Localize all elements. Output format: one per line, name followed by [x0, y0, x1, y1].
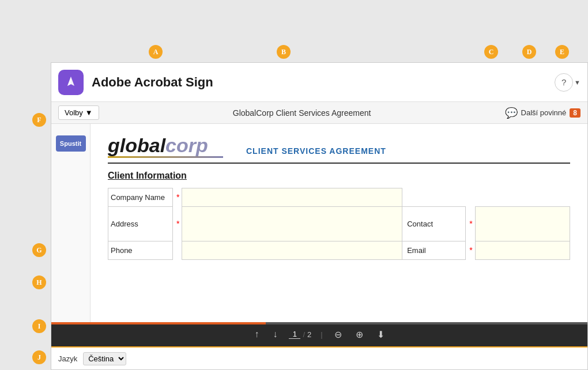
client-info-form: Company Name * Address *	[108, 188, 570, 260]
left-sidebar: Spustit	[51, 124, 91, 322]
logo-underline	[108, 156, 223, 158]
annotation-h: H	[32, 275, 46, 289]
company-name-label: Company Name	[108, 188, 173, 207]
page-divider: /	[303, 330, 305, 339]
annotation-b: B	[277, 45, 291, 59]
main-window: Adobe Acrobat Sign ? ▼ Volby ▼ GlobalCor…	[51, 62, 588, 370]
app-logo	[58, 70, 84, 95]
table-row: Company Name *	[108, 188, 570, 207]
dalsi-label: Další povinné	[521, 108, 567, 117]
spustit-button[interactable]: Spustit	[56, 135, 86, 152]
page-up-button[interactable]: ↑	[252, 327, 261, 342]
logo-global: global	[108, 134, 165, 156]
required-indicator: *	[468, 219, 472, 228]
phone-label: Phone	[108, 241, 173, 260]
total-pages: 2	[307, 330, 311, 339]
annotation-c: C	[484, 45, 498, 59]
nav-bar: Volby ▼ GlobalCorp Client Services Agree…	[51, 102, 587, 124]
progress-bar	[51, 322, 587, 324]
annotation-e: E	[555, 45, 569, 59]
document-title: GlobalCorp Client Services Agreement	[99, 108, 505, 118]
contact-label: Contact	[402, 207, 466, 241]
status-bar: Jazyk Čeština	[51, 346, 587, 369]
section-title: Client Information	[108, 171, 570, 181]
language-select[interactable]: Čeština	[83, 352, 126, 365]
document-header: globalcorp CLIENT SERVICES AGREEMENT	[108, 135, 570, 164]
document-area: globalcorp CLIENT SERVICES AGREEMENT Cli…	[91, 124, 587, 322]
agreement-title: CLIENT SERVICES AGREEMENT	[246, 146, 386, 156]
company-name-input[interactable]	[182, 188, 402, 207]
required-indicator: *	[468, 246, 472, 255]
help-dropdown-arrow[interactable]: ▼	[574, 79, 581, 86]
content-area: Spustit globalcorp CLIENT SERVICES AGREE…	[51, 124, 587, 322]
email-label: Email	[402, 241, 466, 260]
company-name-field[interactable]	[184, 190, 399, 205]
help-button[interactable]: ?	[555, 73, 573, 92]
email-input[interactable]	[475, 241, 570, 260]
bottom-toolbar: ↑ ↓ 1 / 2 | ⊖ ⊕ ⬇	[51, 322, 587, 346]
volby-dropdown-icon: ▼	[85, 108, 93, 117]
contact-field[interactable]	[478, 220, 567, 229]
annotation-j: J	[32, 350, 46, 364]
required-indicator: *	[175, 192, 179, 202]
page-down-button[interactable]: ↓	[270, 327, 280, 342]
chat-icon: 💬	[505, 107, 518, 119]
address-label: Address	[108, 207, 173, 241]
logo-corp: corp	[165, 134, 208, 156]
dalsi-badge: 8	[570, 108, 581, 118]
address-field[interactable]	[184, 220, 399, 229]
table-row: Address * Contact *	[108, 207, 570, 241]
company-logo: globalcorp	[108, 135, 223, 158]
zoom-in-button[interactable]: ⊕	[353, 327, 365, 342]
page-indicator: 1 / 2	[289, 330, 311, 339]
required-indicator: *	[175, 219, 179, 228]
header-bar: Adobe Acrobat Sign ? ▼	[51, 63, 587, 102]
app-title: Adobe Acrobat Sign	[92, 75, 552, 90]
annotation-d: D	[522, 45, 536, 59]
toolbar-divider: |	[321, 330, 322, 339]
annotation-f: F	[32, 113, 46, 127]
progress-bar-fill	[51, 322, 266, 324]
annotation-a: A	[149, 45, 163, 59]
volby-button[interactable]: Volby ▼	[58, 105, 99, 120]
phone-input[interactable]	[182, 241, 402, 260]
language-label: Jazyk	[58, 354, 77, 363]
contact-input[interactable]	[475, 207, 570, 241]
email-field[interactable]	[478, 247, 567, 255]
annotation-g: G	[32, 243, 46, 257]
current-page: 1	[289, 330, 300, 339]
dalsi-povinne-button[interactable]: 💬 Další povinné 8	[505, 107, 581, 119]
zoom-out-button[interactable]: ⊖	[332, 327, 344, 342]
address-input[interactable]	[182, 207, 402, 241]
phone-field[interactable]	[184, 247, 399, 255]
table-row: Phone Email *	[108, 241, 570, 260]
annotation-i: I	[32, 319, 46, 333]
download-button[interactable]: ⬇	[375, 327, 387, 342]
